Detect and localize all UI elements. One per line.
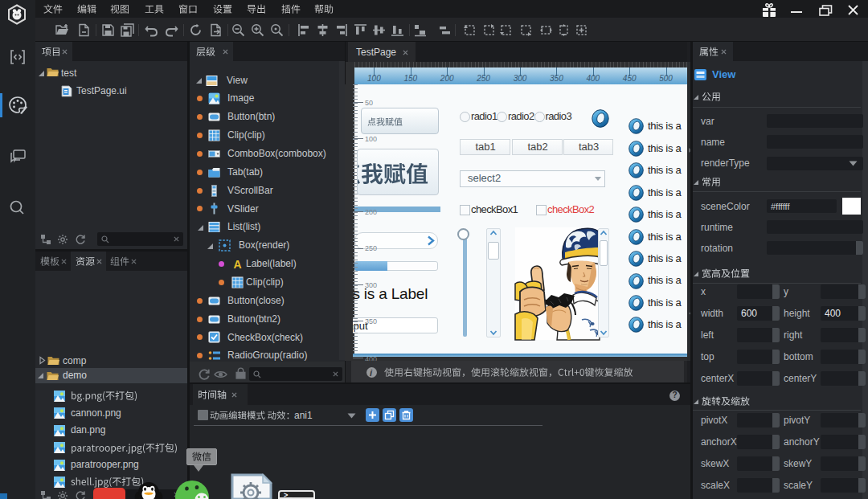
- svg-text:A: A: [233, 258, 241, 271]
